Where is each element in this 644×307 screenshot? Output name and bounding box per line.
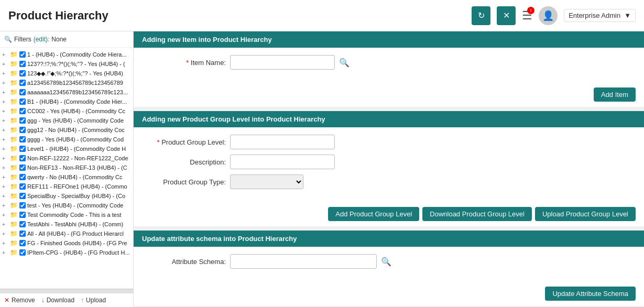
filters-value: None bbox=[51, 36, 67, 43]
sidebar-checkbox[interactable] bbox=[19, 89, 26, 95]
list-item[interactable]: + 📁 aaaaaaa123456789b123456789c123... bbox=[0, 87, 133, 97]
sidebar-checkbox[interactable] bbox=[19, 212, 26, 218]
sidebar-checkbox[interactable] bbox=[19, 136, 26, 142]
upload-product-group-level-button[interactable]: Upload Product Group Level bbox=[535, 207, 636, 221]
sidebar-checkbox[interactable] bbox=[19, 165, 26, 171]
sidebar-item-label: TestAbhi - TestAbhi (HUB4) - (Comm) bbox=[27, 221, 123, 227]
menu-button[interactable]: ☰ ! bbox=[522, 9, 532, 23]
avatar-icon: 👤 bbox=[542, 10, 554, 21]
attribute-schema-search-button[interactable]: 🔍 bbox=[381, 257, 391, 267]
list-item[interactable]: + 📁 qwerty - No (HUB4) - (Commodity Cc bbox=[0, 172, 133, 182]
list-item[interactable]: + 📁 123◆◆.!"◆;%:?*()(;%;"? - Yes (HUB4) bbox=[0, 69, 133, 78]
list-item[interactable]: + 📁 TestAbhi - TestAbhi (HUB4) - (Comm) bbox=[0, 220, 133, 229]
list-item[interactable]: + 📁 B1 - (HUB4) - (Commodity Code Hier..… bbox=[0, 97, 133, 106]
description-row: Description: bbox=[142, 155, 636, 169]
sidebar-checkbox[interactable] bbox=[19, 221, 26, 227]
list-item[interactable]: + 📁 ggg - Yes (HUB4) - (Commodity Code bbox=[0, 116, 133, 125]
sidebar-item-label: 1 - (HUB4) - (Commodity Code Hiera... bbox=[27, 51, 127, 58]
sidebar-item-label: REF111 - REFOne1 (HUB4) - (Commo bbox=[27, 183, 127, 190]
refresh-button[interactable]: ↻ bbox=[472, 6, 490, 25]
sidebar-checkbox[interactable] bbox=[19, 98, 26, 105]
folder-icon: 📁 bbox=[10, 126, 18, 134]
expand-icon: + bbox=[2, 203, 8, 209]
list-item[interactable]: + 📁 All - All (HUB4) - (FG Product Hiera… bbox=[0, 229, 133, 238]
sidebar-item-label: FG - Finished Goods (HUB4) - (FG Pre bbox=[27, 240, 127, 246]
product-group-level-input[interactable] bbox=[230, 135, 335, 149]
filters-edit-link[interactable]: (edit): bbox=[34, 36, 50, 43]
download-product-group-level-button[interactable]: Download Product Group Level bbox=[422, 207, 532, 221]
sidebar-checkbox[interactable] bbox=[19, 127, 26, 133]
sidebar-checkbox[interactable] bbox=[19, 80, 26, 86]
folder-icon: 📁 bbox=[10, 192, 18, 200]
required-star: * bbox=[186, 59, 191, 67]
sidebar-checkbox[interactable] bbox=[19, 193, 26, 199]
sidebar-checkbox[interactable] bbox=[19, 240, 26, 246]
sidebar-checkbox[interactable] bbox=[19, 249, 26, 256]
list-item[interactable]: + 📁 1 - (HUB4) - (Commodity Code Hiera..… bbox=[0, 50, 133, 59]
sidebar-checkbox[interactable] bbox=[19, 51, 26, 58]
list-item[interactable]: + 📁 Test Commodity Code - This is a test bbox=[0, 210, 133, 220]
upload-label: Upload bbox=[86, 297, 106, 304]
close-button[interactable]: ✕ bbox=[497, 6, 516, 25]
add-item-button[interactable]: Add Item bbox=[594, 87, 636, 102]
expand-icon: + bbox=[2, 80, 8, 86]
download-button[interactable]: ↓ Download bbox=[41, 297, 74, 304]
list-item[interactable]: + 📁 test - Yes (HUB4) - (Commodity Code bbox=[0, 201, 133, 210]
update-attribute-schema-button[interactable]: Update Attribute Schema bbox=[545, 287, 636, 301]
sidebar-checkbox[interactable] bbox=[19, 174, 26, 180]
sidebar-filters: 🔍 Filters (edit): None bbox=[0, 31, 133, 48]
sidebar-checkbox[interactable] bbox=[19, 117, 26, 124]
expand-icon: + bbox=[2, 212, 8, 218]
search-icon: 🔍 bbox=[381, 257, 391, 266]
sidebar-checkbox[interactable] bbox=[19, 155, 26, 161]
sidebar-horizontal-scrollbar[interactable] bbox=[0, 289, 133, 293]
list-item[interactable]: + 📁 ggg12 - No (HUB4) - (Commodity Coc bbox=[0, 125, 133, 135]
expand-icon: + bbox=[2, 90, 8, 95]
add-item-section-body: * Item Name: 🔍 bbox=[134, 48, 644, 82]
description-label: Description: bbox=[142, 158, 226, 166]
folder-icon: 📁 bbox=[10, 239, 18, 247]
expand-icon: + bbox=[2, 108, 8, 114]
sidebar-checkbox[interactable] bbox=[19, 108, 26, 114]
add-group-section-header: Adding new Product Group Level into Prod… bbox=[134, 111, 644, 127]
item-name-input[interactable] bbox=[230, 55, 335, 70]
sidebar-checkbox[interactable] bbox=[19, 70, 26, 76]
list-item[interactable]: + 📁 gggg - Yes (HUB4) - (Commodity Cod bbox=[0, 135, 133, 144]
upload-button[interactable]: ↑ Upload bbox=[81, 297, 106, 304]
list-item[interactable]: + 📁 SpecialBuy - SpecialBuy (HUB4) - (Co bbox=[0, 191, 133, 201]
description-input[interactable] bbox=[230, 155, 335, 169]
list-item[interactable]: + 📁 123??:!?;%:?*()(;%;"? - Yes (HUB4) -… bbox=[0, 59, 133, 69]
user-dropdown[interactable]: Enterprise Admin ▼ bbox=[564, 9, 636, 22]
item-name-search-button[interactable]: 🔍 bbox=[339, 58, 350, 68]
sidebar-checkbox[interactable] bbox=[19, 61, 26, 67]
add-product-group-level-button[interactable]: Add Product Group Level bbox=[328, 207, 419, 221]
expand-icon: + bbox=[2, 193, 8, 199]
product-group-type-select[interactable]: Option1 Option2 bbox=[230, 174, 303, 189]
list-item[interactable]: + 📁 CC002 - Yes (HUB4) - (Commodity Cc bbox=[0, 106, 133, 116]
list-item[interactable]: + 📁 Non-REF-12222 - Non-REF1222_Code bbox=[0, 154, 133, 163]
folder-icon: 📁 bbox=[10, 107, 18, 115]
expand-icon: + bbox=[2, 118, 8, 124]
attribute-schema-label: Attribute Schema: bbox=[142, 258, 226, 266]
sidebar-checkbox[interactable] bbox=[19, 183, 26, 190]
list-item[interactable]: + 📁 Non-REF13 - Non-REF-13 (HUB4) - (C bbox=[0, 163, 133, 172]
remove-button[interactable]: ✕ Remove bbox=[4, 297, 35, 304]
add-item-section: Adding new Item into Product Hierarchy *… bbox=[134, 31, 644, 107]
sidebar-checkbox[interactable] bbox=[19, 202, 26, 209]
attribute-schema-input[interactable] bbox=[230, 254, 377, 269]
sidebar-footer: ✕ Remove ↓ Download ↑ Upload bbox=[0, 293, 133, 307]
list-item[interactable]: + 📁 IPItem-CPG - (HUB4) - (FG Product H.… bbox=[0, 248, 133, 257]
list-item[interactable]: + 📁 FG - Finished Goods (HUB4) - (FG Pre bbox=[0, 238, 133, 248]
list-item[interactable]: + 📁 REF111 - REFOne1 (HUB4) - (Commo bbox=[0, 182, 133, 191]
expand-icon: + bbox=[2, 174, 8, 180]
list-item[interactable]: + 📁 a123456789b123456789c123456789 bbox=[0, 78, 133, 87]
sidebar-checkbox[interactable] bbox=[19, 231, 26, 237]
sidebar-item-label: 123??:!?;%:?*()(;%;"? - Yes (HUB4) - ( bbox=[27, 61, 125, 67]
folder-icon: 📁 bbox=[10, 249, 18, 256]
expand-icon: + bbox=[2, 99, 8, 105]
list-item[interactable]: + 📁 Level1 - (HUB4) - (Commodity Code H bbox=[0, 144, 133, 154]
folder-icon: 📁 bbox=[10, 173, 18, 181]
sidebar-checkbox[interactable] bbox=[19, 146, 26, 152]
search-icon: 🔍 bbox=[339, 58, 350, 67]
avatar: 👤 bbox=[539, 6, 558, 25]
